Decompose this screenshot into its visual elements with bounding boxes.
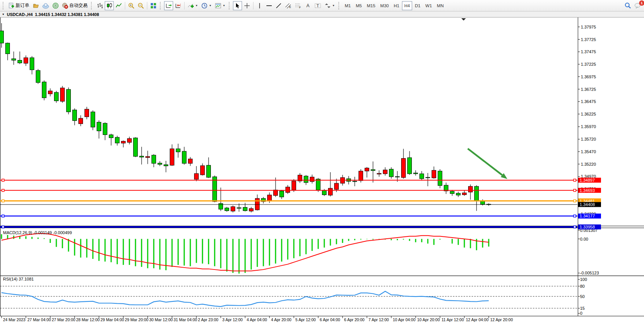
svg-text:1.37225: 1.37225: [581, 62, 596, 67]
profile-button[interactable]: [31, 1, 40, 10]
dropdown-arrow-icon: ▼: [195, 4, 198, 7]
svg-text:50: 50: [580, 294, 585, 299]
toolbar-grip[interactable]: [91, 2, 93, 10]
level-price-tag: 1.34177: [578, 214, 601, 219]
svg-text:100: 100: [580, 277, 587, 282]
community-button[interactable]: [41, 1, 51, 10]
svg-text:1.36725: 1.36725: [581, 87, 596, 92]
candlestick-button[interactable]: [105, 1, 114, 10]
periods-button[interactable]: ▼: [200, 1, 213, 10]
tf-m15-button[interactable]: M15: [365, 1, 378, 10]
fibonacci-tool-button[interactable]: F: [293, 1, 303, 10]
cursor-button[interactable]: [233, 1, 242, 10]
tf-h4-button[interactable]: H4: [402, 1, 412, 10]
tile-windows-button[interactable]: [149, 1, 158, 10]
line-chart-button[interactable]: [114, 1, 123, 10]
search-button[interactable]: [623, 1, 633, 10]
tf-m30-button[interactable]: M30: [378, 1, 391, 10]
fibonacci-icon: F: [295, 3, 301, 9]
bar-chart-button[interactable]: [95, 1, 104, 10]
trendline-tool-button[interactable]: [274, 1, 283, 10]
new-order-label: 新订单: [16, 2, 29, 9]
toolbar-grip[interactable]: [229, 2, 231, 10]
text-label-icon: T: [314, 3, 321, 9]
svg-text:80: 80: [580, 284, 585, 289]
crosshair-icon: [244, 3, 250, 9]
svg-text:1.36475: 1.36475: [581, 99, 596, 104]
svg-text:10 Apr 20:00: 10 Apr 20:00: [417, 317, 440, 322]
toolbar-grip[interactable]: [338, 2, 341, 10]
indicators-button[interactable]: ▼: [186, 1, 199, 10]
folder-icon: [33, 3, 39, 9]
auto-scroll-button[interactable]: [164, 1, 173, 10]
hline-tool-button[interactable]: [265, 1, 274, 10]
candlestick-icon: [106, 3, 112, 9]
window-menu-icon[interactable]: ▼: [2, 13, 5, 16]
tf-mn-button[interactable]: MN: [435, 1, 446, 10]
signals-button[interactable]: [51, 1, 60, 10]
svg-text:1.35970: 1.35970: [581, 124, 596, 129]
chart-symbol-title: USDCAD-,H4: [7, 12, 33, 17]
svg-text:24 Mar 2023: 24 Mar 2023: [3, 317, 26, 322]
new-order-button[interactable]: 新订单: [7, 1, 31, 10]
chart-caption: ▼ USDCAD-,H4 1.34415 1.34432 1.34381 1.3…: [0, 11, 644, 17]
svg-text:5 Apr 12:00: 5 Apr 12:00: [295, 317, 316, 322]
svg-text:30 Mar 12:00: 30 Mar 12:00: [149, 317, 173, 322]
toolbar-grip[interactable]: [3, 2, 5, 10]
tf-m5-button[interactable]: M5: [354, 1, 364, 10]
notification-badge: 1: [639, 0, 644, 6]
tf-m1-button[interactable]: M1: [343, 1, 353, 10]
svg-text:F: F: [299, 6, 301, 9]
svg-text:1.34693: 1.34693: [580, 188, 595, 193]
zoom-in-button[interactable]: [127, 1, 136, 10]
svg-text:1.37475: 1.37475: [581, 49, 596, 54]
chart-canvas[interactable]: MACD(12,26,9) -0.001149 -0.000499RSI(14)…: [0, 17, 644, 325]
svg-text:E: E: [289, 6, 291, 8]
svg-text:4 Apr 20:00: 4 Apr 20:00: [271, 317, 292, 322]
channel-tool-button[interactable]: E: [284, 1, 293, 10]
tf-h1-button[interactable]: H1: [391, 1, 402, 10]
toolbar-separator: [125, 2, 125, 10]
chart-svg[interactable]: MACD(12,26,9) -0.001149 -0.000499RSI(14)…: [0, 17, 644, 325]
line-handle: [2, 189, 4, 192]
line-handle: [2, 200, 4, 202]
svg-text:3 Apr 12:00: 3 Apr 12:00: [222, 317, 243, 322]
auto-trading-button[interactable]: 自动交易: [61, 1, 89, 10]
svg-text:T: T: [316, 3, 319, 8]
toolbar-grip[interactable]: [160, 2, 162, 10]
chart-background: [0, 17, 644, 325]
svg-text:31 Mar 04:00: 31 Mar 04:00: [174, 317, 197, 322]
trendline-icon: [276, 3, 282, 9]
chart-shift-button[interactable]: [174, 1, 183, 10]
arrows-tool-button[interactable]: ▼: [323, 1, 336, 10]
templates-button[interactable]: ▼: [214, 1, 227, 10]
svg-text:6 Apr 20:00: 6 Apr 20:00: [344, 317, 365, 322]
text-tool-button[interactable]: A: [303, 1, 312, 10]
vline-tool-button[interactable]: [255, 1, 264, 10]
line-handle: [574, 215, 576, 217]
svg-text:28 Mar 12:00: 28 Mar 12:00: [76, 317, 100, 322]
zoom-out-button[interactable]: [136, 1, 145, 10]
line-handle: [574, 179, 576, 181]
svg-text:1.34177: 1.34177: [580, 214, 595, 218]
svg-text:1.35220: 1.35220: [581, 162, 596, 166]
svg-text:11 Apr 12:00: 11 Apr 12:00: [442, 317, 464, 322]
dropdown-arrow-icon: ▼: [223, 4, 225, 7]
svg-text:12 Apr 04:00: 12 Apr 04:00: [466, 317, 489, 322]
svg-text:1.33958: 1.33958: [580, 225, 595, 229]
zoom-in-icon: [128, 3, 134, 9]
svg-text:-0.005123: -0.005123: [580, 271, 599, 275]
auto-trading-label: 自动交易: [69, 2, 88, 9]
tf-w1-button[interactable]: W1: [423, 1, 434, 10]
svg-text:1.36975: 1.36975: [581, 75, 596, 79]
svg-text:1.37725: 1.37725: [581, 37, 596, 42]
label-tool-button[interactable]: T: [313, 1, 323, 10]
ohlc-bars-icon: [97, 3, 103, 9]
signal-icon: [53, 3, 59, 9]
level-price-tag: 1.33958: [578, 225, 601, 230]
tile-windows-icon: [150, 3, 156, 9]
chat-button[interactable]: 1: [633, 1, 643, 10]
dropdown-arrow-icon: ▼: [209, 4, 212, 7]
tf-d1-button[interactable]: D1: [413, 1, 423, 10]
crosshair-button[interactable]: [242, 1, 252, 10]
